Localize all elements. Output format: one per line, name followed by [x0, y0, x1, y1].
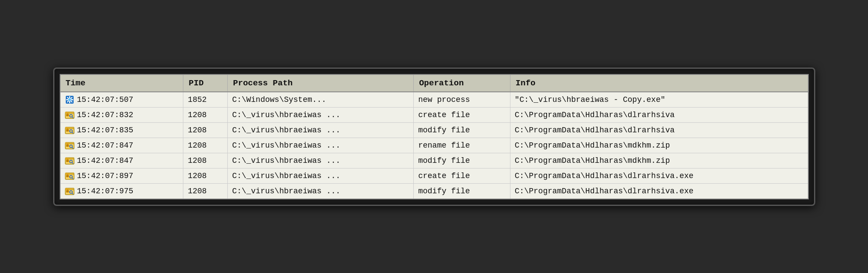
- col-header-time: Time: [61, 75, 183, 92]
- cell-pid: 1208: [183, 107, 228, 122]
- svg-point-5: [68, 98, 71, 101]
- cell-operation: create file: [414, 168, 510, 183]
- file-op-icon: [65, 156, 74, 165]
- cell-info: C:\ProgramData\Hdlharas\dlrarhsiva.exe: [510, 168, 807, 183]
- time-value: 15:42:07:847: [77, 141, 134, 150]
- file-op-icon: [65, 141, 74, 150]
- cell-time: 15:42:07:847: [61, 138, 183, 153]
- cell-operation: modify file: [414, 183, 510, 199]
- cell-process-path: C:\_virus\hbraeiwas ...: [228, 122, 414, 138]
- cell-pid: 1208: [183, 138, 228, 153]
- file-op-icon: [65, 171, 74, 181]
- time-value: 15:42:07:835: [77, 126, 134, 135]
- cell-operation: modify file: [414, 153, 510, 168]
- cell-process-path: C:\_virus\hbraeiwas ...: [228, 138, 414, 153]
- table-row: 15:42:07:975 1208 C:\_virus\hbraeiwas ..…: [61, 183, 808, 199]
- cell-pid: 1208: [183, 153, 228, 168]
- svg-rect-22: [66, 129, 69, 131]
- cell-info: C:\ProgramData\Hdlharas\mdkhm.zip: [510, 153, 807, 168]
- file-op-icon: [65, 186, 74, 196]
- cell-process-path: C:\_virus\hbraeiwas ...: [228, 107, 414, 122]
- col-header-info: Info: [510, 75, 807, 92]
- svg-rect-49: [66, 175, 69, 177]
- time-value: 15:42:07:847: [77, 156, 134, 165]
- cell-operation: create file: [414, 107, 510, 122]
- table-row: 15:42:07:835 1208 C:\_virus\hbraeiwas ..…: [61, 122, 808, 138]
- cell-process-path: C:\_virus\hbraeiwas ...: [228, 168, 414, 183]
- svg-rect-31: [66, 145, 69, 147]
- cell-time: 15:42:07:897: [61, 168, 183, 183]
- table-row: 15:42:07:847 1208 C:\_virus\hbraeiwas ..…: [61, 138, 808, 153]
- file-op-icon: [65, 110, 74, 120]
- new-process-icon: [65, 95, 74, 104]
- time-value: 15:42:07:975: [77, 187, 134, 195]
- cell-info: "C:\_virus\hbraeiwas - Copy.exe": [510, 92, 807, 108]
- time-value: 15:42:07:897: [77, 172, 134, 180]
- table-row: 15:42:07:897 1208 C:\_virus\hbraeiwas ..…: [61, 168, 808, 183]
- col-header-pid: PID: [183, 75, 228, 92]
- table-row: 15:42:07:507 1852 C:\Windows\System... n…: [61, 92, 808, 108]
- cell-info: C:\ProgramData\Hdlharas\dlrarhsiva.exe: [510, 183, 807, 199]
- cell-time: 15:42:07:847: [61, 153, 183, 168]
- cell-info: C:\ProgramData\Hdlharas\dlrarhsiva: [510, 122, 807, 138]
- table-header-row: Time PID Process Path Operation Info: [61, 75, 808, 92]
- cell-operation: modify file: [414, 122, 510, 138]
- cell-pid: 1208: [183, 183, 228, 199]
- col-header-operation: Operation: [414, 75, 510, 92]
- svg-rect-40: [66, 160, 69, 162]
- cell-time: 15:42:07:832: [61, 107, 183, 122]
- cell-info: C:\ProgramData\Hdlharas\dlrarhsiva: [510, 107, 807, 122]
- cell-process-path: C:\_virus\hbraeiwas ...: [228, 153, 414, 168]
- cell-process-path: C:\_virus\hbraeiwas ...: [228, 183, 414, 199]
- cell-process-path: C:\Windows\System...: [228, 92, 414, 108]
- table-wrapper: Time PID Process Path Operation Info 15:…: [60, 74, 809, 199]
- svg-rect-13: [66, 114, 69, 116]
- svg-rect-58: [66, 190, 69, 192]
- process-table: Time PID Process Path Operation Info 15:…: [61, 75, 808, 199]
- cell-operation: new process: [414, 92, 510, 108]
- cell-time: 15:42:07:975: [61, 183, 183, 199]
- cell-pid: 1208: [183, 122, 228, 138]
- cell-info: C:\ProgramData\Hdlharas\mdkhm.zip: [510, 138, 807, 153]
- window-container: Time PID Process Path Operation Info 15:…: [53, 67, 815, 206]
- cell-operation: rename file: [414, 138, 510, 153]
- cell-pid: 1208: [183, 168, 228, 183]
- table-row: 15:42:07:832 1208 C:\_virus\hbraeiwas ..…: [61, 107, 808, 122]
- col-header-process-path: Process Path: [228, 75, 414, 92]
- time-value: 15:42:07:507: [77, 95, 134, 104]
- cell-time: 15:42:07:835: [61, 122, 183, 138]
- cell-pid: 1852: [183, 92, 228, 108]
- file-op-icon: [65, 125, 74, 135]
- table-row: 15:42:07:847 1208 C:\_virus\hbraeiwas ..…: [61, 153, 808, 168]
- cell-time: 15:42:07:507: [61, 92, 183, 108]
- time-value: 15:42:07:832: [77, 111, 134, 119]
